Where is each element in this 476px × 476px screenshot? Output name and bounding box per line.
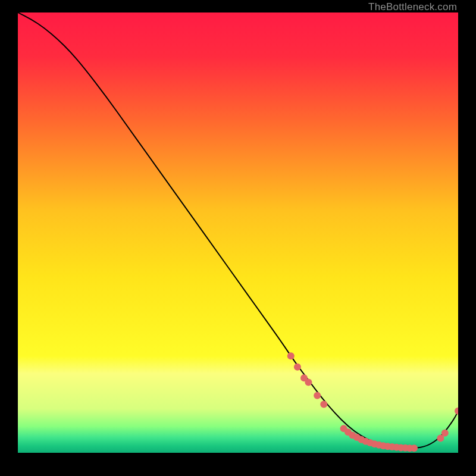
scatter-point (287, 352, 295, 359)
scatter-point (305, 379, 312, 386)
chart-background (18, 12, 458, 453)
scatter-point (411, 444, 418, 452)
chart-frame (18, 12, 458, 453)
scatter-point (320, 401, 327, 408)
scatter-point (314, 392, 321, 399)
scatter-point (441, 430, 449, 437)
scatter-point (294, 364, 301, 371)
watermark-text: TheBottleneck.com (368, 1, 457, 13)
chart-plot (18, 12, 458, 453)
